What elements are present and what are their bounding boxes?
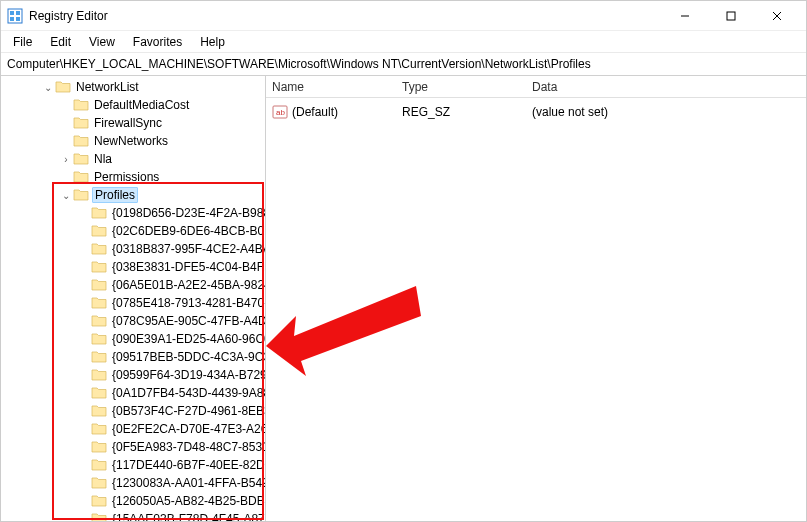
tree-item[interactable]: {090E39A1-ED25-4A60-96C0 <box>1 330 265 348</box>
menu-help[interactable]: Help <box>192 33 233 51</box>
tree-item[interactable]: {0F5EA983-7D48-48C7-8531 <box>1 438 265 456</box>
tree-label: {0A1D7FB4-543D-4439-9A88 <box>110 386 266 400</box>
tree-label: {126050A5-AB82-4B25-BDB <box>110 494 266 508</box>
tree-label: Profiles <box>92 187 138 203</box>
tree-item[interactable]: {09517BEB-5DDC-4C3A-9C3 <box>1 348 265 366</box>
tree-label: {0318B837-995F-4CE2-A4BA <box>110 242 266 256</box>
tree-label: DefaultMediaCost <box>92 98 191 112</box>
close-button[interactable] <box>754 1 800 31</box>
titlebar: Registry Editor <box>1 1 806 31</box>
tree-label: Nla <box>92 152 114 166</box>
tree-label: {117DE440-6B7F-40EE-82D4 <box>110 458 266 472</box>
chevron-down-icon[interactable]: ⌄ <box>41 82 55 93</box>
tree-item[interactable]: {15AAE03B-F78D-4F45-A870 <box>1 510 265 521</box>
tree-label: {0F5EA983-7D48-48C7-8531 <box>110 440 266 454</box>
tree-item[interactable]: NewNetworks <box>1 132 265 150</box>
chevron-down-icon[interactable]: ⌄ <box>59 190 73 201</box>
tree-item-profiles[interactable]: ⌄ Profiles <box>1 186 265 204</box>
tree-item[interactable]: {0318B837-995F-4CE2-A4BA <box>1 240 265 258</box>
tree-label: {038E3831-DFE5-4C04-B4FB <box>110 260 266 274</box>
tree-pane[interactable]: ⌄ NetworkList DefaultMediaCost FirewallS… <box>1 76 266 521</box>
value-name: (Default) <box>292 105 338 119</box>
tree-item[interactable]: {1230083A-AA01-4FFA-B549 <box>1 474 265 492</box>
value-data: (value not set) <box>532 105 800 119</box>
list-body[interactable]: ab (Default) REG_SZ (value not set) <box>266 98 806 126</box>
tree-item[interactable]: {0B573F4C-F27D-4961-8EB3 <box>1 402 265 420</box>
tree-label: {09517BEB-5DDC-4C3A-9C3 <box>110 350 266 364</box>
tree-item[interactable]: DefaultMediaCost <box>1 96 265 114</box>
maximize-button[interactable] <box>708 1 754 31</box>
tree-label: {02C6DEB9-6DE6-4BCB-B0D <box>110 224 266 238</box>
column-data[interactable]: Data <box>532 80 806 94</box>
tree-item[interactable]: FirewallSync <box>1 114 265 132</box>
menu-view[interactable]: View <box>81 33 123 51</box>
tree-item[interactable]: › Nla <box>1 150 265 168</box>
tree-label: {0E2FE2CA-D70E-47E3-A261 <box>110 422 266 436</box>
tree-item[interactable]: {02C6DEB9-6DE6-4BCB-B0D <box>1 222 265 240</box>
minimize-button[interactable] <box>662 1 708 31</box>
window-controls <box>662 1 800 31</box>
column-name[interactable]: Name <box>272 80 402 94</box>
list-header[interactable]: Name Type Data <box>266 76 806 98</box>
tree-item[interactable]: {126050A5-AB82-4B25-BDB <box>1 492 265 510</box>
address-bar[interactable]: Computer\HKEY_LOCAL_MACHINE\SOFTWARE\Mic… <box>1 53 806 76</box>
tree-label: {078C95AE-905C-47FB-A4D <box>110 314 266 328</box>
menu-favorites[interactable]: Favorites <box>125 33 190 51</box>
list-pane: Name Type Data ab (Default) REG_SZ (valu… <box>266 76 806 521</box>
list-row[interactable]: ab (Default) REG_SZ (value not set) <box>272 102 800 122</box>
svg-text:ab: ab <box>276 108 285 117</box>
tree-item[interactable]: {06A5E01B-A2E2-45BA-9824 <box>1 276 265 294</box>
tree-label: {15AAE03B-F78D-4F45-A870 <box>110 512 266 521</box>
tree-item[interactable]: Permissions <box>1 168 265 186</box>
tree-label: {1230083A-AA01-4FFA-B549 <box>110 476 266 490</box>
svg-rect-2 <box>16 11 20 15</box>
regedit-icon <box>7 8 23 24</box>
menu-file[interactable]: File <box>5 33 40 51</box>
tree-label: {06A5E01B-A2E2-45BA-9824 <box>110 278 266 292</box>
tree-item[interactable]: {117DE440-6B7F-40EE-82D4 <box>1 456 265 474</box>
tree-label: Permissions <box>92 170 161 184</box>
value-type: REG_SZ <box>402 105 532 119</box>
tree-label: {0198D656-D23E-4F2A-B988 <box>110 206 266 220</box>
tree-label: NetworkList <box>74 80 141 94</box>
tree-item[interactable]: {0785E418-7913-4281-B470- <box>1 294 265 312</box>
column-type[interactable]: Type <box>402 80 532 94</box>
tree-label: FirewallSync <box>92 116 164 130</box>
svg-rect-1 <box>10 11 14 15</box>
tree-item-networklist[interactable]: ⌄ NetworkList <box>1 78 265 96</box>
tree-label: {0785E418-7913-4281-B470- <box>110 296 266 310</box>
tree-label: {09599F64-3D19-434A-B729 <box>110 368 266 382</box>
tree-item[interactable]: {09599F64-3D19-434A-B729 <box>1 366 265 384</box>
tree-label: NewNetworks <box>92 134 170 148</box>
tree-label: {090E39A1-ED25-4A60-96C0 <box>110 332 266 346</box>
tree-item[interactable]: {038E3831-DFE5-4C04-B4FB <box>1 258 265 276</box>
window-title: Registry Editor <box>29 9 108 23</box>
svg-rect-3 <box>10 17 14 21</box>
tree-item[interactable]: {078C95AE-905C-47FB-A4D <box>1 312 265 330</box>
svg-rect-4 <box>16 17 20 21</box>
menu-edit[interactable]: Edit <box>42 33 79 51</box>
tree-item[interactable]: {0A1D7FB4-543D-4439-9A88 <box>1 384 265 402</box>
tree-item[interactable]: {0198D656-D23E-4F2A-B988 <box>1 204 265 222</box>
menubar: File Edit View Favorites Help <box>1 31 806 53</box>
tree-item[interactable]: {0E2FE2CA-D70E-47E3-A261 <box>1 420 265 438</box>
svg-rect-6 <box>727 12 735 20</box>
tree-label: {0B573F4C-F27D-4961-8EB3 <box>110 404 266 418</box>
chevron-right-icon[interactable]: › <box>59 154 73 165</box>
